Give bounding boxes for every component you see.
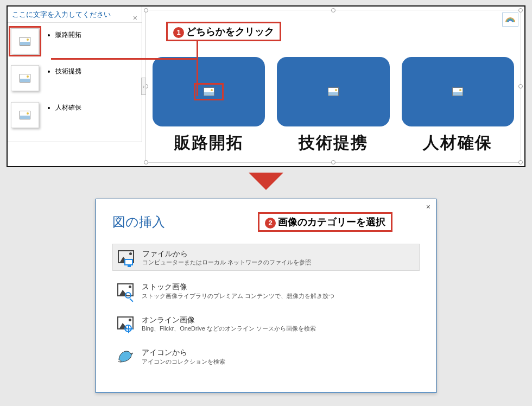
- thumb-3[interactable]: [11, 102, 39, 128]
- expand-text-pane-tab[interactable]: ›: [141, 78, 146, 95]
- stock-images-icon: [116, 282, 135, 298]
- smartart-editor: ここに文字を入力してください × 販路開拓 技術提携 人材確保 ›: [7, 5, 525, 167]
- resize-handle[interactable]: [518, 160, 523, 164]
- thumb-1[interactable]: [11, 28, 39, 54]
- option-desc: アイコンのコレクションを検索: [142, 358, 225, 365]
- smartart-card-1[interactable]: 販路開拓: [153, 57, 265, 154]
- resize-handle[interactable]: [518, 84, 523, 88]
- text-pane-title: ここに文字を入力してください: [12, 10, 111, 18]
- bullet-item[interactable]: 技術提携: [55, 67, 142, 76]
- card-label: 技術提携: [299, 132, 368, 154]
- picture-icon: [20, 111, 30, 119]
- option-title: ファイルから: [142, 249, 311, 258]
- picture-placeholder-icon[interactable]: [204, 87, 214, 96]
- callout-text: 画像のカテゴリーを選択: [278, 217, 385, 227]
- option-title: オンライン画像: [142, 315, 316, 325]
- flow-arrow-icon: [249, 173, 283, 190]
- option-online-images[interactable]: オンライン画像 Bing、Flickr、OneDrive などのオンライン ソー…: [112, 310, 420, 337]
- card-label: 販路開拓: [174, 132, 244, 154]
- callout-1: 1どちらかをクリック: [166, 22, 281, 41]
- resize-handle[interactable]: [331, 8, 335, 12]
- smartart-card-3[interactable]: 人材確保: [402, 57, 514, 154]
- smartart-card-2[interactable]: 技術提携: [277, 57, 389, 154]
- option-title: アイコンから: [142, 347, 225, 357]
- close-icon[interactable]: ×: [426, 202, 430, 211]
- insert-picture-dialog: × 図の挿入 2画像のカテゴリーを選択 ファイルから コンピューターまたはローカ…: [96, 199, 436, 393]
- callout-number: 1: [173, 27, 184, 38]
- picture-placeholder-icon[interactable]: [452, 87, 463, 96]
- callout-number: 2: [265, 218, 276, 229]
- text-pane-header: ここに文字を入力してください ×: [8, 7, 142, 23]
- option-from-file[interactable]: ファイルから コンピューターまたはローカル ネットワークのファイルを参照: [112, 244, 420, 271]
- from-file-icon: [116, 249, 136, 265]
- rainbow-icon: [505, 16, 515, 23]
- picture-icon: [20, 74, 30, 83]
- close-icon[interactable]: ×: [133, 10, 137, 26]
- option-title: ストック画像: [142, 282, 334, 291]
- layout-options-button[interactable]: [502, 12, 518, 27]
- thumb-2[interactable]: [11, 65, 39, 91]
- bullet-item[interactable]: 販路開拓: [55, 30, 142, 40]
- resize-handle[interactable]: [518, 8, 523, 12]
- resize-handle[interactable]: [331, 160, 335, 164]
- option-stock-images[interactable]: ストック画像 ストック画像ライブラリのプレミアム コンテンツで、想像力を解き放つ: [112, 277, 420, 303]
- callout-text: どちらかをクリック: [186, 26, 274, 37]
- picture-icon: [20, 37, 30, 46]
- annotation-line: [51, 58, 198, 60]
- online-images-icon: [116, 315, 135, 331]
- card-label: 人材確保: [423, 132, 492, 154]
- text-pane: ここに文字を入力してください × 販路開拓 技術提携 人材確保: [8, 7, 142, 142]
- resize-handle[interactable]: [144, 160, 148, 164]
- option-desc: Bing、Flickr、OneDrive などのオンライン ソースから画像を検索: [142, 325, 316, 332]
- bullet-item[interactable]: 人材確保: [55, 103, 142, 112]
- option-desc: コンピューターまたはローカル ネットワークのファイルを参照: [142, 258, 311, 266]
- option-from-icons[interactable]: アイコンから アイコンのコレクションを検索: [112, 343, 420, 369]
- from-icons-icon: [116, 347, 135, 364]
- option-desc: ストック画像ライブラリのプレミアム コンテンツで、想像力を解き放つ: [142, 292, 334, 300]
- callout-2: 2画像のカテゴリーを選択: [258, 212, 392, 232]
- annotation-line: [197, 38, 198, 96]
- picture-placeholder-icon[interactable]: [328, 87, 339, 96]
- resize-handle[interactable]: [144, 8, 148, 12]
